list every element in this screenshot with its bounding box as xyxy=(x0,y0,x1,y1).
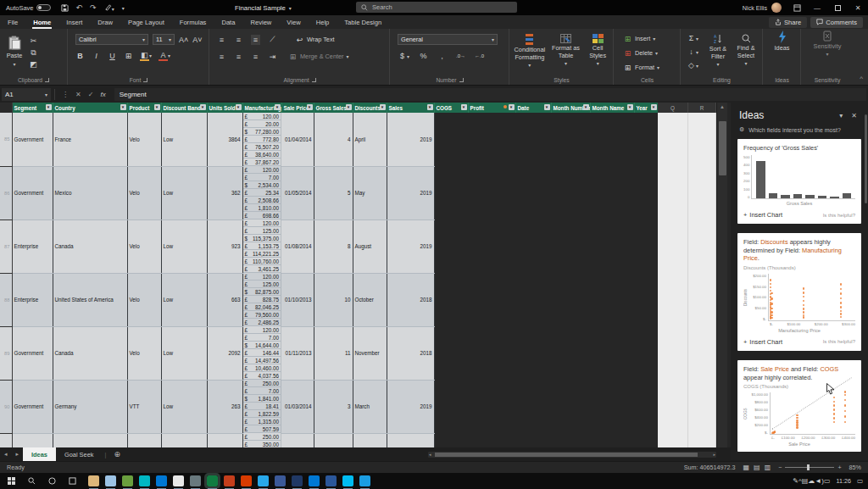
filter-button[interactable]: ▼ xyxy=(346,104,352,110)
format-cells-button[interactable]: ⊞Format▾ xyxy=(623,62,659,73)
column-header-discounts[interactable]: Discounts▼ xyxy=(353,103,387,113)
close-button[interactable]: ✕ xyxy=(848,0,868,15)
cell-discounts[interactable]: £18.41 xyxy=(243,403,282,410)
row-number[interactable]: 89 xyxy=(0,326,12,380)
cell-product[interactable]: VTT xyxy=(127,380,161,433)
decrease-font-icon[interactable]: A˅ xyxy=(192,35,202,45)
filter-button[interactable]: ▼ xyxy=(627,104,633,110)
cell-discounts[interactable]: £1,153.75 xyxy=(243,242,282,250)
table-row[interactable]: 90 Government Germany VTT Low 263 £250.0… xyxy=(0,380,658,433)
page-break-view-icon[interactable]: ▥ xyxy=(765,464,771,471)
ink-icon[interactable]: ▾ xyxy=(104,3,114,13)
cell-manufacturing-price[interactable]: £250.00 xyxy=(243,380,282,387)
title-dropdown-icon[interactable]: ▾ xyxy=(289,5,292,11)
delete-cells-button[interactable]: ⊞Delete▾ xyxy=(623,47,659,58)
cell-date[interactable]: 01/03/2014 xyxy=(281,380,314,433)
cell-month-number[interactable]: 4 xyxy=(314,113,353,166)
cell-manufacturing-price[interactable]: £120.00 xyxy=(243,326,282,334)
empty-cell-column[interactable] xyxy=(688,113,716,447)
cell-segment[interactable]: Government xyxy=(12,380,53,433)
cell-units-sold[interactable]: 943.5 xyxy=(207,433,242,447)
borders-icon[interactable]: ⊞ xyxy=(124,51,133,61)
start-button[interactable] xyxy=(2,473,20,489)
table-row[interactable]: 87 Enterprise Canada Velo Low 923 £120.0… xyxy=(0,219,658,273)
cell-discount-band[interactable]: Low xyxy=(161,326,207,380)
taskbar-app-icon[interactable] xyxy=(224,475,235,486)
cell-units-sold[interactable]: 3864 xyxy=(207,113,242,166)
cell-month-number[interactable]: 10 xyxy=(314,273,353,326)
cell-sale-price[interactable]: £7.00 xyxy=(243,387,282,395)
filter-button[interactable]: ▼ xyxy=(380,104,386,110)
align-bottom-icon[interactable]: ≡ xyxy=(251,35,260,45)
ribbon-tab[interactable]: Page Layout xyxy=(120,15,172,29)
cell-cogs[interactable]: £38,640.00 xyxy=(243,151,282,158)
filter-button[interactable]: ▼ xyxy=(236,104,242,110)
row-number[interactable]: 85 xyxy=(0,113,12,166)
cell-gross-sales[interactable]: $82,875.00 xyxy=(243,288,282,296)
cell-gross-sales[interactable]: $77,280.00 xyxy=(243,128,282,136)
copy-icon[interactable]: ⧉ xyxy=(29,47,38,58)
fields-interest-link[interactable]: ⚙ Which fields interest you the most? xyxy=(731,125,868,139)
cell-profit[interactable]: £3,461.25 xyxy=(243,265,282,273)
decrease-decimal-icon[interactable]: ←.0 xyxy=(475,51,484,61)
filter-button[interactable]: ▼ xyxy=(307,104,313,110)
cell-sale-price[interactable]: £125.00 xyxy=(243,281,282,288)
cell-sales[interactable]: £76,507.20 xyxy=(243,143,282,151)
zoom-in-icon[interactable]: + xyxy=(837,464,841,471)
ideas-button[interactable]: Ideas xyxy=(767,31,798,52)
cell-segment[interactable]: Government xyxy=(12,433,53,447)
row-number[interactable]: 87 xyxy=(0,219,12,273)
cell-year[interactable]: 2019 xyxy=(387,219,434,273)
column-header-year[interactable]: Year▼ xyxy=(634,103,658,113)
ribbon-tab[interactable]: Review xyxy=(242,15,279,29)
page-layout-view-icon[interactable]: ▤ xyxy=(754,464,760,471)
tab-scroll-right-icon[interactable]: ▸ xyxy=(12,451,24,458)
scroll-left-icon[interactable]: ◂ xyxy=(429,452,431,458)
cell-product[interactable]: VTT xyxy=(127,433,161,447)
ribbon-tab[interactable]: Data xyxy=(214,15,242,29)
cell-year[interactable]: 2019 xyxy=(387,113,434,166)
new-sheet-button[interactable]: ⊕ xyxy=(108,450,125,458)
table-row[interactable]: 86 Government Mexico Velo Low 362 £120.0… xyxy=(0,166,658,219)
cell-profit[interactable]: £37,867.20 xyxy=(243,158,282,166)
cell-product[interactable]: Velo xyxy=(127,326,161,380)
cancel-icon[interactable]: ✕ xyxy=(75,91,81,98)
cell-year[interactable]: 2019 xyxy=(387,166,434,219)
scroll-right-icon[interactable]: ▸ xyxy=(713,452,715,458)
save-icon[interactable] xyxy=(61,4,69,12)
cell-sale-price[interactable]: £20.00 xyxy=(243,120,282,128)
font-size-select[interactable]: 11▾ xyxy=(153,34,175,45)
cell-segment[interactable]: Government xyxy=(12,166,53,219)
cell-month-number[interactable]: 4 xyxy=(314,433,353,447)
column-header-units-sold[interactable]: Units Sold▼ xyxy=(207,103,242,113)
cell-month-number[interactable]: 3 xyxy=(314,380,353,433)
taskbar-app-icon[interactable] xyxy=(105,475,116,486)
column-header-product[interactable]: Product▼ xyxy=(127,103,161,113)
column-header-country[interactable]: Country▼ xyxy=(53,103,127,113)
font-dialog-launcher[interactable] xyxy=(143,78,147,82)
cell-discount-band[interactable]: Low xyxy=(161,433,207,447)
taskbar-app-icon[interactable] xyxy=(156,475,167,486)
cell-year[interactable]: 2018 xyxy=(387,273,434,326)
normal-view-icon[interactable]: ▦ xyxy=(743,464,750,471)
select-all-corner[interactable] xyxy=(0,103,12,113)
cell-units-sold[interactable]: 2092 xyxy=(207,326,242,380)
cell-country[interactable]: Canada xyxy=(53,326,127,380)
taskbar-app-icon[interactable] xyxy=(309,475,320,486)
taskbar-app-icon[interactable] xyxy=(359,475,370,486)
cell-manufacturing-price[interactable]: £120.00 xyxy=(243,113,282,120)
zoom-level[interactable]: 85% xyxy=(849,464,861,471)
taskbar-app-icon[interactable] xyxy=(88,475,99,486)
column-header-cogs[interactable]: COGS▼ xyxy=(434,103,468,113)
percent-style-icon[interactable]: % xyxy=(419,51,428,61)
cell-discount-band[interactable]: Low xyxy=(161,166,207,219)
user-name[interactable]: Nick Ellis xyxy=(743,4,767,12)
comments-button[interactable]: Comments xyxy=(810,17,863,28)
wrap-text-button[interactable]: ↩Wrap Text xyxy=(295,34,335,45)
cell-country[interactable]: Canada xyxy=(53,433,127,447)
ribbon-display-options-icon[interactable] xyxy=(787,0,807,15)
taskbar-app-icon[interactable] xyxy=(173,475,184,486)
taskbar-app-icon[interactable] xyxy=(139,475,150,486)
cell-units-sold[interactable]: 263 xyxy=(207,380,242,433)
underline-button[interactable]: U xyxy=(108,51,117,61)
